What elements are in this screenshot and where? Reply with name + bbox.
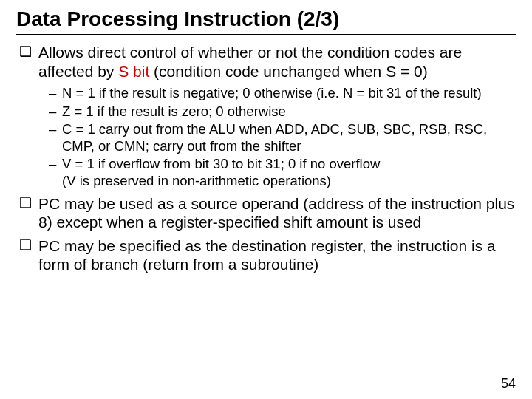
slide: Data Processing Instruction (2/3) Allows… bbox=[0, 0, 532, 399]
s-bit-text: S bit bbox=[118, 63, 149, 80]
sub-bullet-n: N = 1 if the result is negative; 0 other… bbox=[49, 85, 516, 102]
sub-bullet-list: N = 1 if the result is negative; 0 other… bbox=[38, 85, 516, 189]
bullet-1: Allows direct control of whether or not … bbox=[19, 43, 516, 190]
slide-title: Data Processing Instruction (2/3) bbox=[16, 7, 516, 31]
sub-bullet-c: C = 1 carry out from the ALU when ADD, A… bbox=[49, 121, 516, 154]
bullet-2: PC may be used as a source operand (addr… bbox=[19, 194, 516, 232]
bullet-3: PC may be specified as the destination r… bbox=[19, 236, 516, 274]
bullet-1-post: (condition code unchanged when S = 0) bbox=[149, 63, 428, 80]
sub-bullet-v-main: V = 1 if overflow from bit 30 to bit 31;… bbox=[62, 156, 380, 171]
page-number: 54 bbox=[501, 376, 516, 392]
sub-bullet-v: V = 1 if overflow from bit 30 to bit 31;… bbox=[49, 156, 516, 189]
sub-bullet-z: Z = 1 if the result is zero; 0 otherwise bbox=[49, 103, 516, 120]
bullet-list: Allows direct control of whether or not … bbox=[16, 43, 516, 274]
title-rule bbox=[16, 34, 516, 35]
sub-bullet-v-note: (V is preserved in non-arithmetic operat… bbox=[62, 173, 516, 190]
